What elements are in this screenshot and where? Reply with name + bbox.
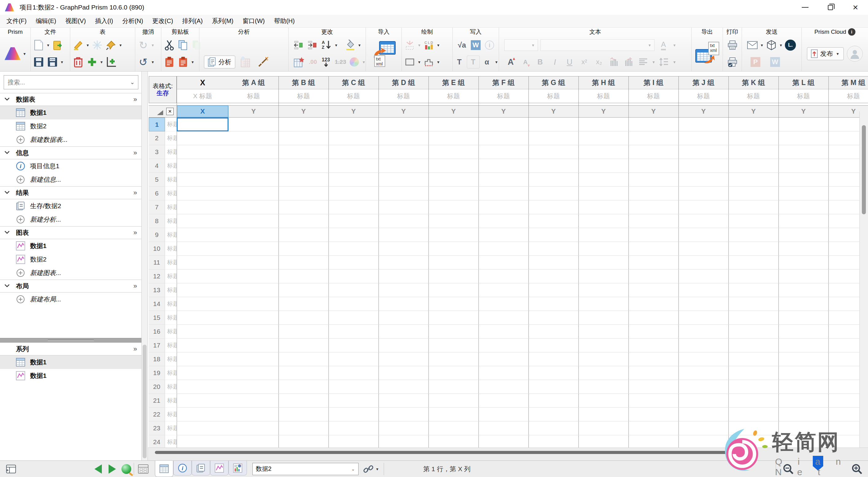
row-number-4[interactable]: 4 <box>149 159 165 173</box>
cell-G-row22[interactable] <box>528 408 579 421</box>
sidebar-item-1-0[interactable]: i项目信息1 <box>0 159 142 173</box>
cell-I-row20[interactable] <box>628 380 678 394</box>
cell-L-row1[interactable] <box>778 118 829 131</box>
cell-H-row22[interactable] <box>579 408 628 421</box>
cell-C-row6[interactable] <box>329 187 378 201</box>
cell-D-row5[interactable] <box>378 173 429 187</box>
row-number-16[interactable]: 16 <box>149 325 165 338</box>
cell-J-row9[interactable] <box>678 228 728 242</box>
powerpoint-icon[interactable]: P <box>749 56 762 68</box>
cell-x-row15[interactable] <box>177 311 228 325</box>
column-header-x[interactable]: X <box>177 76 228 89</box>
cell-H-row23[interactable] <box>579 421 628 435</box>
section-more-icon[interactable]: » <box>133 189 137 197</box>
axis-cell-y-7[interactable]: Y <box>579 105 628 118</box>
text-tool-icon[interactable]: T <box>453 56 466 68</box>
column-header-group-8[interactable]: 第 I 组 <box>628 76 678 89</box>
move-column-right-icon[interactable] <box>306 39 319 52</box>
chevron-down-icon[interactable] <box>4 190 12 196</box>
cell-B-row11[interactable] <box>279 256 329 269</box>
cell-F-row12[interactable] <box>478 269 528 283</box>
sidebar-item-0-1[interactable]: 数据2 <box>0 119 142 133</box>
cell-L-row15[interactable] <box>778 311 829 325</box>
cell-H-row14[interactable] <box>579 297 628 311</box>
sheet-tab-table[interactable] <box>155 461 173 477</box>
draw-star-icon[interactable] <box>403 39 416 52</box>
row-title-cell[interactable]: 标题 <box>165 159 177 173</box>
cell-F-row23[interactable] <box>478 421 528 435</box>
analysis-grid-icon[interactable] <box>240 56 252 68</box>
group-title-cell-3[interactable]: 标题 <box>378 89 429 103</box>
cell-C-row7[interactable] <box>329 201 378 214</box>
sidebar-item-1-1[interactable]: 新建信息... <box>0 173 142 186</box>
cell-B-row9[interactable] <box>279 228 329 242</box>
cell-C-row4[interactable] <box>329 159 378 173</box>
cell-x-row23[interactable] <box>177 421 228 435</box>
cell-C-row2[interactable] <box>329 131 378 145</box>
cell-B-row16[interactable] <box>279 325 329 338</box>
cell-x-row22[interactable] <box>177 408 228 421</box>
cell-B-row4[interactable] <box>279 159 329 173</box>
cell-H-row24[interactable] <box>579 435 628 449</box>
cell-K-row13[interactable] <box>728 283 778 297</box>
cell-A-row5[interactable] <box>228 173 279 187</box>
cell-L-row22[interactable] <box>778 408 829 421</box>
cell-A-row15[interactable] <box>228 311 279 325</box>
new-info-icon[interactable]: i <box>483 39 496 52</box>
cell-F-row20[interactable] <box>478 380 528 394</box>
select-all-triangle-icon[interactable] <box>157 110 163 115</box>
cell-G-row24[interactable] <box>528 435 579 449</box>
column-header-group-7[interactable]: 第 H 组 <box>579 76 628 89</box>
cell-H-row12[interactable] <box>579 269 628 283</box>
section-header-0[interactable]: 数据表» <box>0 93 142 106</box>
row-number-23[interactable]: 23 <box>149 421 165 435</box>
sheet-tab-results[interactable] <box>192 461 210 475</box>
cell-L-row8[interactable] <box>778 214 829 228</box>
cell-D-row13[interactable] <box>378 283 429 297</box>
row-title-cell[interactable]: 标题 <box>165 187 177 201</box>
row-number-3[interactable]: 3 <box>149 145 165 159</box>
family-item-1[interactable]: 数据1 <box>0 369 142 383</box>
cell-L-row12[interactable] <box>778 269 829 283</box>
cell-F-row11[interactable] <box>478 256 528 269</box>
cell-A-row2[interactable] <box>228 131 279 145</box>
open-file-icon[interactable] <box>51 39 64 52</box>
cell-G-row4[interactable] <box>528 159 579 173</box>
cell-E-row4[interactable] <box>429 159 478 173</box>
sheet-tab-info[interactable]: i <box>173 461 192 475</box>
row-title-cell[interactable]: 标题 <box>165 297 177 311</box>
cell-B-row14[interactable] <box>279 297 329 311</box>
cell-D-row11[interactable] <box>378 256 429 269</box>
cell-G-row9[interactable] <box>528 228 579 242</box>
column-header-group-4[interactable]: 第 E 组 <box>429 76 478 89</box>
column-header-group-1[interactable]: 第 B 组 <box>279 76 329 89</box>
cell-E-row18[interactable] <box>429 352 478 366</box>
row-number-8[interactable]: 8 <box>149 214 165 228</box>
cell-L-row24[interactable] <box>778 435 829 449</box>
subscript-icon[interactable]: x₂ <box>593 56 606 68</box>
family-more-icon[interactable]: » <box>133 345 137 353</box>
cell-G-row5[interactable] <box>528 173 579 187</box>
account-avatar[interactable] <box>847 46 863 62</box>
cell-B-row5[interactable] <box>279 173 329 187</box>
section-header-3[interactable]: 图表» <box>0 226 142 239</box>
cell-D-row21[interactable] <box>378 394 429 408</box>
cell-J-row3[interactable] <box>678 145 728 159</box>
row-number-7[interactable]: 7 <box>149 201 165 214</box>
section-header-1[interactable]: 信息» <box>0 146 142 159</box>
row-number-19[interactable]: 19 <box>149 366 165 380</box>
cell-H-row17[interactable] <box>579 338 628 352</box>
undo-icon[interactable]: ↺ <box>137 56 150 68</box>
cell-C-row8[interactable] <box>329 214 378 228</box>
group-title-cell-1[interactable]: 标题 <box>279 89 329 103</box>
cell-B-row15[interactable] <box>279 311 329 325</box>
superscript-icon[interactable]: x² <box>578 56 591 68</box>
cell-K-row23[interactable] <box>728 421 778 435</box>
cell-J-row12[interactable] <box>678 269 728 283</box>
cell-A-row4[interactable] <box>228 159 279 173</box>
cell-H-row9[interactable] <box>579 228 628 242</box>
cell-B-row1[interactable] <box>279 118 329 131</box>
cell-I-row3[interactable] <box>628 145 678 159</box>
chevron-down-icon[interactable] <box>4 150 12 156</box>
cell-I-row22[interactable] <box>628 408 678 421</box>
